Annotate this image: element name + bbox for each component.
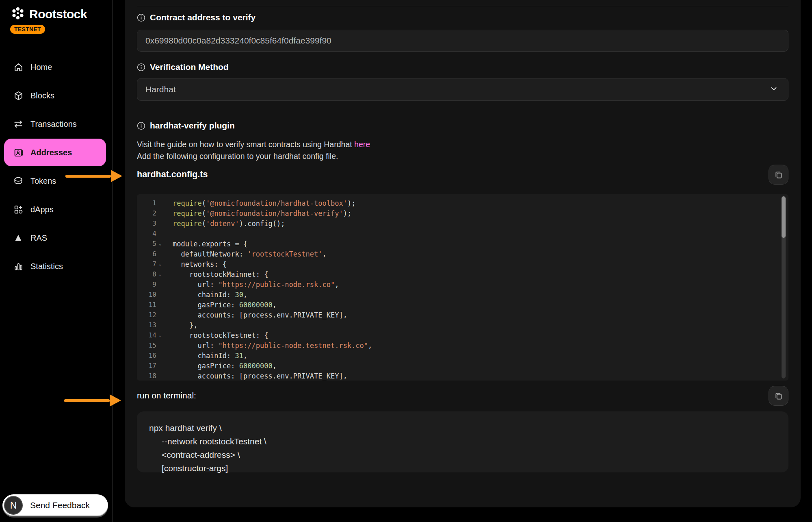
- annotation-arrow-config: [65, 170, 122, 182]
- sidebar-item-dapps[interactable]: dApps: [0, 195, 113, 224]
- line-number-gutter: 2: [137, 209, 164, 217]
- run-on-terminal-row: run on terminal:: [137, 385, 788, 406]
- code-text: networks: {: [164, 260, 227, 268]
- code-text: accounts: [process.env.PRIVATE_KEY],: [164, 372, 347, 380]
- terminal-line: <contract-address> \: [149, 448, 788, 461]
- code-text: chainId: 31,: [164, 352, 247, 360]
- code-line: 10 chainId: 30,: [137, 289, 788, 300]
- transactions-icon: [13, 119, 24, 129]
- line-number-gutter: 11: [137, 301, 164, 309]
- line-number-gutter: 1: [137, 199, 164, 207]
- line-number: 11: [142, 301, 156, 309]
- code-line: 6 defaultNetwork: 'rootstockTestnet',: [137, 249, 788, 259]
- line-number: 8: [142, 270, 156, 278]
- plugin-title: hardhat-verify plugin: [150, 121, 235, 130]
- code-line: 3require('dotenv').config();: [137, 218, 788, 228]
- page: Rootstock TESTNET HomeBlocksTransactions…: [0, 0, 812, 522]
- plugin-title-row: hardhat-verify plugin: [137, 121, 235, 130]
- brand-name: Rootstock: [29, 7, 87, 21]
- contract-address-label-row: Contract address to verify: [137, 13, 256, 22]
- feedback-avatar: N: [4, 496, 23, 515]
- sidebar-item-ras[interactable]: RAS: [0, 224, 113, 252]
- code-text: module.exports = {: [164, 240, 247, 248]
- code-text: accounts: [process.env.PRIVATE_KEY],: [164, 311, 347, 319]
- sidebar-item-label: Tokens: [30, 176, 56, 186]
- sidebar-item-blocks[interactable]: Blocks: [0, 81, 113, 110]
- code-text: gasPrice: 60000000,: [164, 362, 277, 370]
- line-number-gutter: 4: [137, 230, 164, 237]
- code-line: 1require('@nomicfoundation/hardhat-toolb…: [137, 198, 788, 208]
- sidebar-item-transactions[interactable]: Transactions: [0, 110, 113, 138]
- brand-logo[interactable]: Rootstock: [0, 0, 112, 22]
- guide-link[interactable]: here: [354, 140, 370, 149]
- line-number: 17: [142, 362, 156, 370]
- fold-chevron-icon[interactable]: ⌄: [156, 241, 164, 246]
- code-text: rootstockTestnet: {: [164, 331, 268, 339]
- fold-chevron-icon[interactable]: ⌄: [156, 261, 164, 267]
- line-number: 14: [142, 331, 156, 339]
- arrow-head: [110, 394, 121, 407]
- home-icon: [13, 62, 24, 72]
- blocks-icon: [13, 90, 24, 101]
- line-number: 6: [142, 250, 156, 258]
- network-badge[interactable]: TESTNET: [10, 25, 45, 34]
- send-feedback-button[interactable]: N Send Feedback: [2, 494, 108, 516]
- terminal-line: [constructor-args]: [149, 461, 788, 475]
- line-number: 1: [142, 199, 156, 207]
- code-text: url: "https://public-node.rsk.co",: [164, 281, 339, 289]
- sidebar-item-label: Statistics: [30, 262, 63, 271]
- contract-address-label: Contract address to verify: [150, 13, 256, 22]
- section-divider: [137, 6, 788, 6]
- info-icon[interactable]: [137, 122, 145, 130]
- code-line: 7⌄ networks: {: [137, 259, 788, 269]
- sidebar-item-label: Blocks: [30, 91, 54, 100]
- code-line: 11 gasPrice: 60000000,: [137, 300, 788, 310]
- line-number: 16: [142, 352, 156, 359]
- code-text: defaultNetwork: 'rootstockTestnet',: [164, 250, 327, 258]
- line-number-gutter: 17: [137, 362, 164, 370]
- line-number-gutter: 16: [137, 352, 164, 359]
- line-number-gutter: 14⌄: [137, 331, 164, 339]
- line-number: 4: [142, 230, 156, 237]
- arrow-tail: [64, 399, 110, 402]
- dapps-icon: [13, 204, 24, 215]
- line-number-gutter: 18: [137, 372, 164, 380]
- sidebar-item-label: Transactions: [30, 120, 77, 129]
- code-text: gasPrice: 60000000,: [164, 301, 277, 309]
- code-line: 9 url: "https://public-node.rsk.co",: [137, 279, 788, 289]
- code-line: 14⌄ rootstockTestnet: {: [137, 330, 788, 340]
- line-number-gutter: 3: [137, 220, 164, 227]
- code-text: require('@nomicfoundation/hardhat-verify…: [164, 209, 351, 218]
- code-line: 16 chainId: 31,: [137, 350, 788, 361]
- verification-method-select[interactable]: Hardhat: [137, 78, 788, 101]
- verification-method-value: Hardhat: [145, 85, 176, 94]
- line-number: 18: [142, 372, 156, 380]
- sidebar-nav: HomeBlocksTransactionsAddressesTokensdAp…: [0, 53, 113, 281]
- code-text: url: "https://public-node.testnet.rsk.co…: [164, 341, 372, 350]
- copy-command-button[interactable]: [769, 386, 788, 406]
- chevron-down-icon: [769, 84, 778, 95]
- copy-config-button[interactable]: [769, 165, 788, 185]
- info-icon[interactable]: [137, 63, 145, 72]
- code-text: rootstockMainnet: {: [164, 270, 268, 278]
- code-line: 12 accounts: [process.env.PRIVATE_KEY],: [137, 310, 788, 320]
- line-number-gutter: 9: [137, 281, 164, 288]
- terminal-line: --network rootstockTestnet \: [149, 435, 788, 448]
- line-number: 15: [142, 341, 156, 349]
- sidebar-item-addresses[interactable]: Addresses: [4, 139, 106, 166]
- line-number-gutter: 5⌄: [137, 240, 164, 248]
- sidebar-item-statistics[interactable]: Statistics: [0, 252, 113, 281]
- contract-address-input[interactable]: [137, 30, 788, 52]
- config-file-label: hardhat.config.ts: [137, 170, 208, 180]
- guide-paragraph: Visit the guide on how to verify smart c…: [137, 140, 370, 149]
- code-line: 17 gasPrice: 60000000,: [137, 361, 788, 371]
- addresses-icon: [13, 147, 24, 158]
- sidebar-item-home[interactable]: Home: [0, 53, 113, 81]
- fold-chevron-icon[interactable]: ⌄: [156, 333, 164, 338]
- info-icon[interactable]: [137, 13, 145, 22]
- fold-chevron-icon[interactable]: ⌄: [156, 272, 164, 277]
- line-number-gutter: 13: [137, 321, 164, 329]
- code-line: 5⌄module.exports = {: [137, 239, 788, 249]
- run-on-terminal-label: run on terminal:: [137, 391, 196, 400]
- code-scrollbar-thumb[interactable]: [782, 196, 786, 238]
